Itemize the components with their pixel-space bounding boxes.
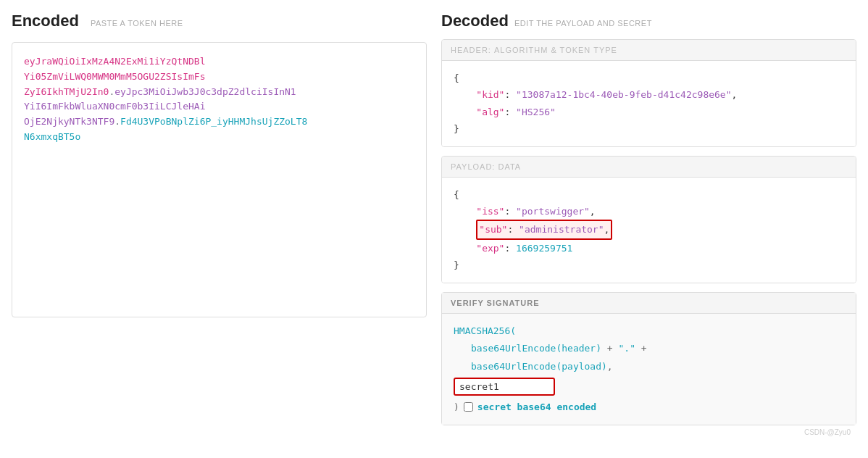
encoded-title: Encoded: [12, 12, 79, 30]
close-paren: ): [454, 399, 459, 417]
verify-section: VERIFY SIGNATURE HMACSHA256( base64UrlEn…: [441, 292, 856, 426]
header-open-brace: {: [454, 72, 459, 83]
payload-iss-key: "iss": [476, 206, 504, 217]
header-close-brace: }: [454, 123, 459, 134]
payload-section-body[interactable]: { "iss": "portswigger", "sub": "administ…: [442, 178, 856, 283]
decoded-panel: Decoded EDIT THE PAYLOAD AND SECRET HEAD…: [441, 12, 856, 446]
verify-line1: base64UrlEncode(header) + "." +: [454, 340, 844, 358]
verify-line2: base64UrlEncode(payload),: [454, 358, 844, 376]
verify-section-label: VERIFY SIGNATURE: [442, 293, 856, 314]
payload-sub-key: "sub": [479, 224, 507, 235]
secret-input[interactable]: [454, 378, 555, 396]
header-alg-val: "HS256": [516, 107, 556, 117]
base64-checkbox-label: secret base64 encoded: [477, 399, 596, 417]
header-kid-val: "13087a12-1bc4-40eb-9feb-d41c42c98e6e": [516, 89, 731, 100]
token-dot2: .: [114, 116, 120, 127]
encoded-token-box[interactable]: eyJraWQiOiIxMzA4N2ExMi1iYzQtNDBl Yi05ZmV…: [12, 42, 427, 317]
payload-open-brace: {: [454, 189, 459, 200]
decoded-subtitle: EDIT THE PAYLOAD AND SECRET: [514, 19, 652, 28]
payload-exp-key: "exp": [476, 243, 504, 254]
header-section-body[interactable]: { "kid": "13087a12-1bc4-40eb-9feb-d41c42…: [442, 61, 856, 146]
secret-input-row: [454, 378, 844, 396]
verify-section-body: HMACSHA256( base64UrlEncode(header) + ".…: [442, 314, 856, 425]
decoded-title: Decoded: [441, 12, 509, 30]
encoded-panel: Encoded PASTE A TOKEN HERE eyJraWQiOiIxM…: [12, 12, 427, 446]
payload-close-brace: }: [454, 259, 459, 270]
base64-checkbox[interactable]: [464, 402, 473, 412]
header-alg-key: "alg": [476, 107, 504, 117]
secret-base64-row: ) secret base64 encoded: [454, 399, 844, 417]
payload-iss-val: "portswigger": [516, 206, 590, 217]
payload-sub-val: "administrator": [519, 224, 604, 235]
watermark: CSDN-@Zyu0: [441, 428, 856, 436]
header-section: HEADER: ALGORITHM & TOKEN TYPE { "kid": …: [441, 39, 856, 147]
payload-section: PAYLOAD: DATA { "iss": "portswigger", "s…: [441, 156, 856, 283]
payload-exp-val: 1669259751: [516, 243, 572, 254]
header-kid-key: "kid": [476, 89, 504, 100]
header-section-label: HEADER: ALGORITHM & TOKEN TYPE: [442, 40, 856, 61]
verify-func-name: HMACSHA256(: [454, 322, 844, 341]
payload-sub-row: "sub": "administrator",: [476, 220, 612, 239]
encoded-subtitle: PASTE A TOKEN HERE: [91, 19, 183, 28]
payload-section-label: PAYLOAD: DATA: [442, 157, 856, 178]
